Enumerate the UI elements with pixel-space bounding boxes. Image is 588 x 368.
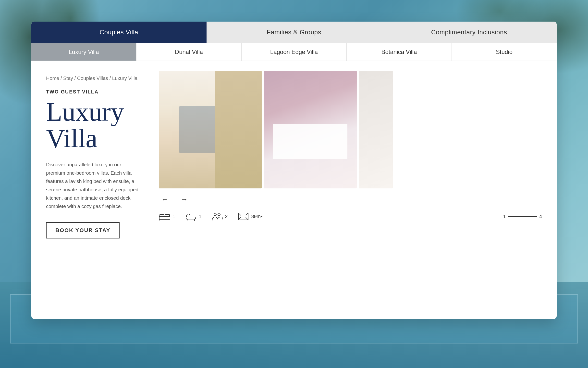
pagination-current: 1 bbox=[503, 214, 506, 219]
villa-title: Luxury Villa bbox=[46, 99, 149, 152]
left-panel: Home / Stay / Couples Villas / Luxury Vi… bbox=[46, 71, 149, 309]
breadcrumb: Home / Stay / Couples Villas / Luxury Vi… bbox=[46, 76, 149, 81]
sub-navigation: Luxury Villa Dunal Villa Lagoon Edge Vil… bbox=[31, 43, 557, 61]
pagination: 1 4 bbox=[503, 214, 542, 219]
gallery-image-living-room bbox=[159, 71, 262, 188]
svg-point-7 bbox=[214, 213, 216, 216]
svg-point-8 bbox=[218, 213, 220, 216]
bedroom-image bbox=[264, 71, 357, 188]
pagination-line bbox=[508, 216, 537, 217]
villa-description: Discover unparalleled luxury in our prem… bbox=[46, 160, 139, 210]
amenities-pagination: 1 1 bbox=[159, 209, 542, 224]
amenities-row: 1 1 bbox=[159, 209, 262, 224]
gallery-controls: ← → bbox=[159, 188, 542, 209]
svg-line-13 bbox=[246, 217, 248, 220]
bed-count: 1 bbox=[172, 214, 175, 219]
svg-line-5 bbox=[187, 220, 187, 221]
pagination-total: 4 bbox=[539, 214, 542, 219]
guests-count: 2 bbox=[225, 214, 228, 219]
svg-rect-9 bbox=[238, 213, 248, 220]
detail-image bbox=[359, 71, 393, 188]
main-card: Couples Villa Families & Groups Complime… bbox=[31, 22, 557, 319]
tab-complimentary-inclusions[interactable]: Complimentary Inclusions bbox=[381, 22, 557, 43]
svg-line-12 bbox=[238, 217, 241, 220]
tab-couples-villa[interactable]: Couples Villa bbox=[31, 22, 207, 43]
tab-families-groups[interactable]: Families & Groups bbox=[207, 22, 382, 43]
size-value: 89m² bbox=[251, 214, 262, 219]
content-area: Home / Stay / Couples Villas / Luxury Vi… bbox=[31, 61, 557, 319]
villa-type-label: TWO GUEST VILLA bbox=[46, 89, 149, 95]
bed-icon bbox=[159, 212, 171, 221]
amenity-bath: 1 bbox=[185, 212, 201, 221]
prev-button[interactable]: ← bbox=[159, 193, 171, 205]
svg-line-6 bbox=[194, 220, 195, 221]
subtab-lagoon-edge-villa[interactable]: Lagoon Edge Villa bbox=[242, 43, 347, 61]
subtab-dunal-villa[interactable]: Dunal Villa bbox=[136, 43, 242, 61]
living-room-image bbox=[159, 71, 262, 188]
book-stay-button[interactable]: BOOK YOUR STAY bbox=[46, 222, 120, 238]
bath-icon bbox=[185, 212, 197, 221]
svg-line-10 bbox=[238, 213, 241, 215]
right-panel: ← → bbox=[159, 71, 542, 309]
image-gallery bbox=[159, 71, 542, 188]
amenity-bed: 1 bbox=[159, 212, 175, 221]
amenity-size: 89m² bbox=[237, 212, 262, 221]
top-navigation: Couples Villa Families & Groups Complime… bbox=[31, 22, 557, 43]
gallery-image-bedroom bbox=[264, 71, 357, 188]
amenity-guests: 2 bbox=[211, 212, 228, 221]
subtab-botanica-villa[interactable]: Botanica Villa bbox=[347, 43, 452, 61]
svg-line-11 bbox=[246, 213, 248, 215]
next-button[interactable]: → bbox=[178, 193, 190, 205]
gallery-image-detail bbox=[359, 71, 393, 188]
size-icon bbox=[237, 212, 249, 221]
subtab-studio[interactable]: Studio bbox=[452, 43, 557, 61]
subtab-luxury-villa[interactable]: Luxury Villa bbox=[31, 43, 136, 61]
guests-icon bbox=[211, 212, 223, 221]
bath-count: 1 bbox=[199, 214, 201, 219]
